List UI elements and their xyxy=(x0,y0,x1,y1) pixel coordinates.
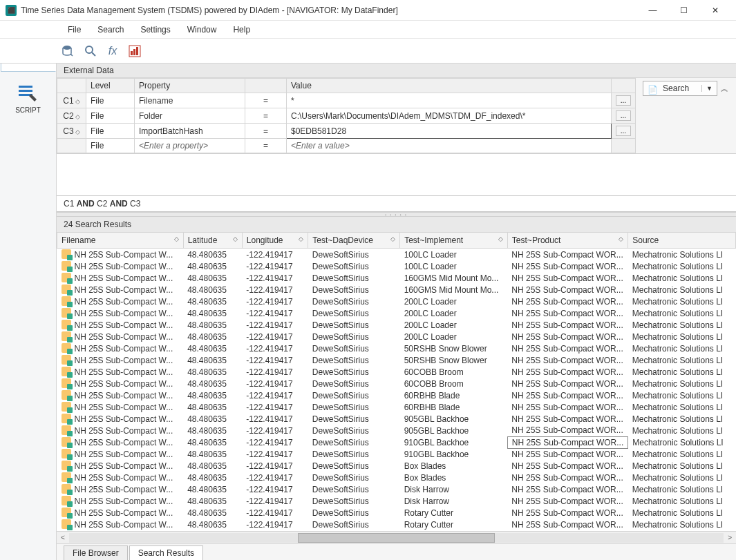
menu-search[interactable]: Search xyxy=(91,23,131,37)
file-icon xyxy=(62,437,71,447)
menubar: File Search Settings Window Help xyxy=(0,21,736,39)
toolbar: fx xyxy=(0,39,736,64)
side-tab-script[interactable]: SCRIPT xyxy=(1,72,56,123)
file-icon xyxy=(62,320,71,329)
table-row[interactable]: NH 25S Sub-Compact W...48.480635-122.419… xyxy=(57,284,736,296)
file-icon xyxy=(62,461,71,470)
table-row[interactable]: NH 25S Sub-Compact W...48.480635-122.419… xyxy=(57,296,736,307)
close-button[interactable]: ✕ xyxy=(699,1,730,20)
browse-c2[interactable]: ... xyxy=(616,110,631,121)
col-latitude[interactable]: Latitude◇ xyxy=(183,233,242,249)
content-area: External Data Level Property Value C1◇ F… xyxy=(57,64,736,560)
file-icon xyxy=(62,261,71,271)
file-icon xyxy=(62,284,71,294)
search-bar: 📄Search ▼ ︽ xyxy=(640,78,730,153)
file-icon xyxy=(62,378,71,388)
filter-row-c2[interactable]: C2◇ File Folder = C:\Users\Mark\Document… xyxy=(57,108,636,124)
col-property[interactable]: Property xyxy=(135,79,245,93)
tab-search-results[interactable]: Search Results xyxy=(129,545,203,560)
menu-help[interactable]: Help xyxy=(226,23,257,37)
col-source[interactable]: Source xyxy=(628,233,736,249)
menu-file[interactable]: File xyxy=(61,23,88,37)
search-dropdown[interactable]: ▼ xyxy=(701,85,717,92)
table-row[interactable]: NH 25S Sub-Compact W...48.480635-122.419… xyxy=(57,472,736,483)
collapse-icon[interactable]: ︽ xyxy=(719,84,730,94)
table-row[interactable]: NH 25S Sub-Compact W...48.480635-122.419… xyxy=(57,519,736,530)
col-filename[interactable]: Filename◇ xyxy=(57,233,184,249)
file-icon xyxy=(62,484,71,494)
side-panel: NAVIGATOR SCRIPT xyxy=(0,64,57,560)
table-row[interactable]: NH 25S Sub-Compact W...48.480635-122.419… xyxy=(57,342,736,354)
table-row[interactable]: NH 25S Sub-Compact W...48.480635-122.419… xyxy=(57,483,736,495)
table-row[interactable]: NH 25S Sub-Compact W...48.480635-122.419… xyxy=(57,448,736,460)
results-table-wrap[interactable]: Filename◇ Latitude◇ Longitude◇ Test~DaqD… xyxy=(57,232,736,531)
logic-expression[interactable]: C1 AND C2 AND C3 xyxy=(57,195,736,212)
file-icon xyxy=(62,519,71,529)
titlebar: ⬛ Time Series Data Management System (TS… xyxy=(0,0,736,21)
svg-point-0 xyxy=(63,46,71,50)
col-daqdevice[interactable]: Test~DaqDevice◇ xyxy=(308,233,400,249)
filter-row-new[interactable]: File <Enter a property> = <Enter a value… xyxy=(57,139,636,153)
table-row[interactable]: NH 25S Sub-Compact W...48.480635-122.419… xyxy=(57,307,736,319)
filter-row-c3[interactable]: C3◇ File ImportBatchHash = $0EDB581D28 .… xyxy=(57,124,636,139)
col-level[interactable]: Level xyxy=(86,79,135,93)
table-row[interactable]: NH 25S Sub-Compact W...48.480635-122.419… xyxy=(57,425,736,436)
filter-grid: Level Property Value C1◇ File Filename =… xyxy=(57,78,636,153)
file-icon xyxy=(62,273,71,282)
table-row[interactable]: NH 25S Sub-Compact W...48.480635-122.419… xyxy=(57,507,736,519)
table-row[interactable]: NH 25S Sub-Compact W...48.480635-122.419… xyxy=(57,366,736,378)
database-icon[interactable] xyxy=(61,44,76,59)
table-row[interactable]: NH 25S Sub-Compact W...48.480635-122.419… xyxy=(57,260,736,272)
menu-settings[interactable]: Settings xyxy=(133,23,177,37)
file-icon xyxy=(62,367,71,376)
svg-rect-13 xyxy=(19,86,32,88)
svg-rect-14 xyxy=(19,90,32,92)
horizontal-scrollbar[interactable]: <> xyxy=(57,531,736,543)
search-icon[interactable] xyxy=(83,44,98,59)
col-product[interactable]: Test~Product◇ xyxy=(507,233,628,249)
window-buttons: — ☐ ✕ xyxy=(637,1,730,20)
side-tab-navigator[interactable]: NAVIGATOR xyxy=(1,64,56,72)
file-icon xyxy=(62,508,71,517)
maximize-button[interactable]: ☐ xyxy=(668,1,699,20)
filter-row-c1[interactable]: C1◇ File Filename = * ... xyxy=(57,93,636,108)
table-row[interactable]: NH 25S Sub-Compact W...48.480635-122.419… xyxy=(57,249,736,261)
menu-window[interactable]: Window xyxy=(180,23,224,37)
file-icon xyxy=(62,355,71,365)
table-row[interactable]: NH 25S Sub-Compact W...48.480635-122.419… xyxy=(57,354,736,366)
browse-c3[interactable]: ... xyxy=(616,126,631,136)
svg-line-2 xyxy=(92,52,95,56)
table-row[interactable]: NH 25S Sub-Compact W...48.480635-122.419… xyxy=(57,436,736,448)
side-tab-script-label: SCRIPT xyxy=(15,106,41,114)
main-area: NAVIGATOR SCRIPT External Data Level Pro… xyxy=(0,64,736,560)
file-icon xyxy=(62,343,71,353)
svg-point-1 xyxy=(86,46,93,53)
file-icon xyxy=(62,249,71,259)
table-row[interactable]: NH 25S Sub-Compact W...48.480635-122.419… xyxy=(57,389,736,401)
table-row[interactable]: NH 25S Sub-Compact W...48.480635-122.419… xyxy=(57,331,736,342)
file-icon xyxy=(62,425,71,435)
table-row[interactable]: NH 25S Sub-Compact W...48.480635-122.419… xyxy=(57,272,736,284)
file-icon xyxy=(62,390,71,400)
table-row[interactable]: NH 25S Sub-Compact W...48.480635-122.419… xyxy=(57,319,736,331)
minimize-button[interactable]: — xyxy=(637,1,668,20)
table-row[interactable]: NH 25S Sub-Compact W...48.480635-122.419… xyxy=(57,413,736,425)
table-row[interactable]: NH 25S Sub-Compact W...48.480635-122.419… xyxy=(57,495,736,507)
search-button[interactable]: 📄Search ▼ xyxy=(643,81,717,96)
col-value[interactable]: Value xyxy=(287,79,612,93)
tab-file-browser[interactable]: File Browser xyxy=(64,545,128,560)
chart-icon[interactable] xyxy=(127,44,142,59)
svg-rect-5 xyxy=(133,49,135,55)
table-row[interactable]: NH 25S Sub-Compact W...48.480635-122.419… xyxy=(57,401,736,413)
table-row[interactable]: NH 25S Sub-Compact W...48.480635-122.419… xyxy=(57,460,736,472)
col-implement[interactable]: Test~Implement◇ xyxy=(400,233,508,249)
col-longitude[interactable]: Longitude◇ xyxy=(242,233,308,249)
splitter[interactable]: • • • • • xyxy=(57,212,736,217)
table-row[interactable]: NH 25S Sub-Compact W...48.480635-122.419… xyxy=(57,378,736,389)
file-icon xyxy=(62,331,71,341)
fx-icon[interactable]: fx xyxy=(105,44,120,59)
svg-rect-4 xyxy=(131,51,133,55)
file-icon xyxy=(62,414,71,423)
results-table: Filename◇ Latitude◇ Longitude◇ Test~DaqD… xyxy=(57,232,736,530)
browse-c1[interactable]: ... xyxy=(616,95,631,106)
